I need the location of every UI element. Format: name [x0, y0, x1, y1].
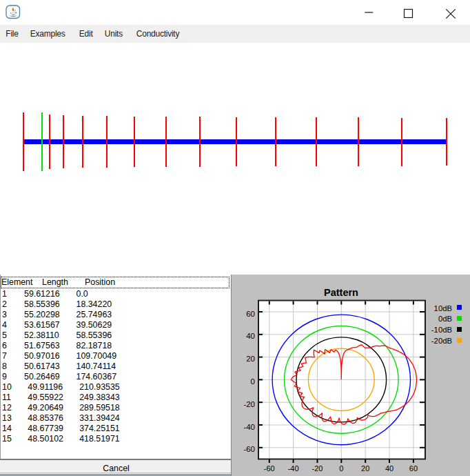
svg-text:-60: -60 — [264, 464, 275, 473]
svg-text:60: 60 — [409, 464, 418, 473]
svg-text:20: 20 — [246, 355, 255, 363]
svg-text:0: 0 — [251, 377, 255, 386]
svg-text:20: 20 — [361, 464, 369, 473]
svg-text:-60: -60 — [243, 445, 255, 453]
svg-text:0: 0 — [339, 464, 343, 473]
svg-text:-40: -40 — [243, 423, 255, 431]
svg-text:60: 60 — [246, 310, 255, 318]
svg-text:40: 40 — [385, 464, 394, 473]
svg-text:-20: -20 — [243, 400, 255, 408]
svg-text:40: 40 — [246, 332, 255, 340]
svg-text:-20: -20 — [312, 464, 323, 473]
svg-text:-40: -40 — [288, 464, 299, 473]
